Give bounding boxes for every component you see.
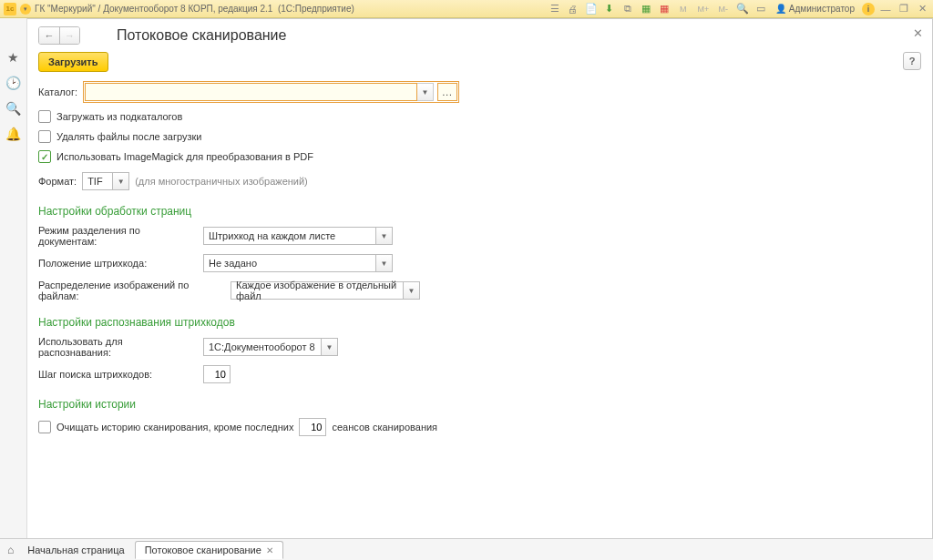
subfolders-row: Загружать из подкаталогов	[38, 110, 921, 123]
toolbar-icon[interactable]: ☰	[548, 2, 562, 16]
split-mode-select[interactable]: Штрихкод на каждом листе	[203, 227, 376, 245]
window-close[interactable]: ✕	[915, 2, 929, 16]
m-plus-button[interactable]: M+	[695, 5, 712, 14]
format-dropdown[interactable]: ▼	[113, 172, 129, 190]
favorites-icon[interactable]: ★	[5, 49, 22, 66]
search-rail-icon[interactable]: 🔍	[5, 100, 22, 117]
tab-current[interactable]: Потоковое сканирование ✕	[135, 541, 283, 559]
format-row: Формат: TIF ▼ (для многостраничных изобр…	[38, 172, 921, 190]
split-mode-dropdown[interactable]: ▼	[376, 227, 393, 245]
close-page-icon[interactable]: ✕	[913, 26, 923, 40]
load-button[interactable]: Загрузить	[38, 52, 108, 72]
search-icon[interactable]: 🔍	[735, 2, 750, 16]
subfolders-label: Загружать из подкаталогов	[56, 111, 182, 122]
bottom-tabs: ⌂ Начальная страница Потоковое сканирова…	[0, 538, 933, 560]
clear-history-label: Очищать историю сканирования, кроме посл…	[56, 422, 293, 433]
page-title: Потоковое сканирование	[117, 27, 286, 44]
imagemagick-label: Использовать ImageMagick для преобразова…	[56, 151, 313, 162]
catalog-row: Каталог: ▼ ...	[38, 81, 921, 103]
clear-history-suffix: сеансов сканирования	[332, 422, 437, 433]
engine-dropdown[interactable]: ▼	[322, 338, 338, 356]
nav-buttons: ← →	[38, 26, 80, 45]
step-input[interactable]	[203, 365, 231, 383]
catalog-dropdown[interactable]: ▼	[417, 83, 434, 101]
content: Загрузить ? Каталог: ▼ ... Загружать из …	[27, 48, 932, 440]
engine-label: Использовать для распознавания:	[38, 336, 198, 358]
barcode-section-title: Настройки распознавания штрихкодов	[38, 316, 921, 329]
compare-icon[interactable]: ⧉	[620, 2, 635, 16]
imagemagick-row: ✓ Использовать ImageMagick для преобразо…	[38, 150, 921, 163]
home-icon[interactable]: ⌂	[7, 544, 14, 556]
user-icon: 👤	[775, 4, 786, 14]
history-icon[interactable]: 🕑	[5, 75, 22, 91]
calendar-icon[interactable]: ▦	[639, 2, 653, 16]
window-title: ГК "Меркурий" / Документооборот 8 КОРП, …	[35, 4, 354, 14]
step-label: Шаг поиска штрихкодов:	[38, 369, 198, 380]
format-label: Формат:	[38, 176, 77, 187]
nav-back[interactable]: ←	[39, 27, 59, 44]
delete-after-checkbox[interactable]	[38, 130, 51, 143]
barcode-pos-label: Положение штрихкода:	[38, 258, 198, 269]
window-titlebar: 1c ▾ ГК "Меркурий" / Документооборот 8 К…	[0, 0, 933, 18]
print-icon[interactable]: 🖨	[566, 2, 580, 16]
clear-history-checkbox[interactable]	[38, 421, 51, 433]
app-logo: 1c	[4, 3, 16, 15]
m-button[interactable]: M	[675, 5, 692, 14]
pages-section-title: Настройки обработки страниц	[38, 205, 921, 218]
distribution-dropdown[interactable]: ▼	[404, 281, 420, 300]
info-icon[interactable]: i	[862, 3, 875, 15]
window-restore[interactable]: ❐	[897, 2, 911, 16]
catalog-label: Каталог:	[38, 87, 77, 97]
help-button[interactable]: ?	[903, 52, 921, 70]
distribution-label: Распределение изображений по файлам:	[38, 280, 225, 301]
imagemagick-checkbox[interactable]: ✓	[38, 150, 51, 163]
split-mode-label: Режим разделения по документам:	[38, 225, 198, 247]
tab-close-icon[interactable]: ✕	[266, 545, 273, 555]
history-count-input[interactable]	[299, 418, 326, 436]
engine-select[interactable]: 1С:Документооборот 8	[203, 338, 322, 356]
panel-icon[interactable]: ▭	[754, 2, 768, 16]
document-icon[interactable]: 📄	[584, 2, 599, 16]
main-area: ← → Потоковое сканирование ✕ Загрузить ?…	[27, 18, 933, 538]
catalog-input[interactable]	[85, 83, 417, 101]
tab-home[interactable]: Начальная страница	[17, 541, 134, 559]
left-rail: ★ 🕑 🔍 🔔	[0, 18, 27, 538]
notifications-icon[interactable]: 🔔	[5, 126, 22, 142]
save-icon[interactable]: ⬇	[602, 2, 617, 16]
barcode-pos-select[interactable]: Не задано	[203, 254, 376, 272]
distribution-select[interactable]: Каждое изображение в отдельный файл	[231, 281, 404, 300]
apps-icon[interactable]	[5, 24, 22, 40]
format-select[interactable]: TIF	[82, 172, 113, 190]
app-menu-dropdown[interactable]: ▾	[20, 4, 31, 15]
history-section-title: Настройки истории	[38, 398, 921, 411]
delete-after-label: Удалять файлы после загрузки	[56, 131, 201, 142]
user-label[interactable]: 👤 Администратор	[772, 4, 858, 14]
window-minimize[interactable]: —	[878, 2, 893, 16]
catalog-browse[interactable]: ...	[437, 83, 457, 101]
delete-after-row: Удалять файлы после загрузки	[38, 130, 921, 143]
format-hint: (для многостраничных изображений)	[135, 176, 308, 187]
date-icon[interactable]: ▦	[657, 2, 672, 16]
main-header: ← → Потоковое сканирование ✕	[27, 19, 932, 48]
barcode-pos-dropdown[interactable]: ▼	[376, 254, 393, 272]
m-minus-button[interactable]: M-	[715, 5, 732, 14]
subfolders-checkbox[interactable]	[38, 110, 51, 123]
nav-forward[interactable]: →	[59, 27, 79, 44]
